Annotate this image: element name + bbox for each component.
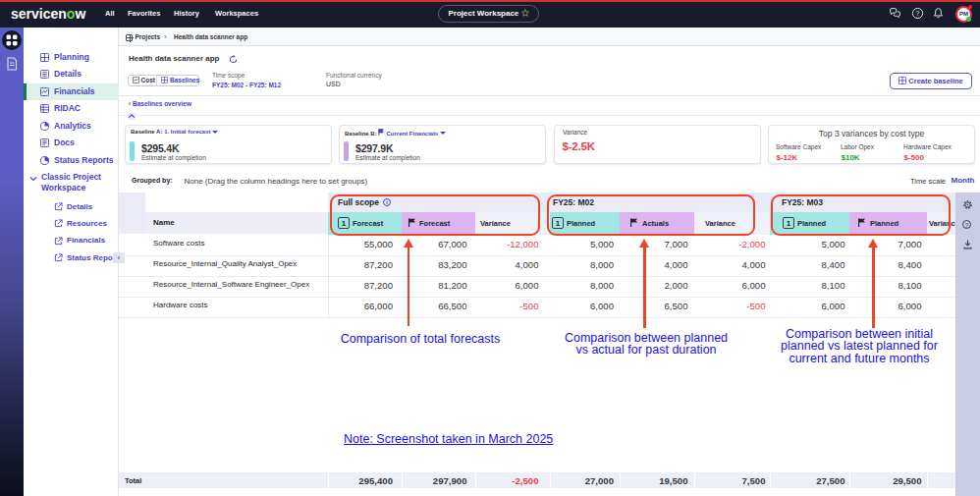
svg-text:?: ?: [916, 10, 920, 17]
